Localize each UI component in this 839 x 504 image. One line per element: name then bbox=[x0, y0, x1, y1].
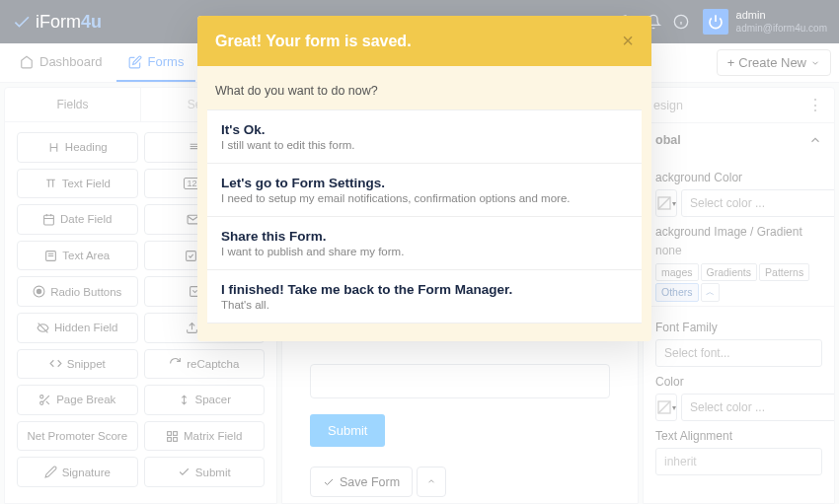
saved-modal: Great! Your form is saved. × What do you… bbox=[197, 16, 651, 341]
modal-option-settings[interactable]: Let's go to Form Settings. I need to set… bbox=[207, 163, 642, 216]
modal-subtitle: What do you want to do now? bbox=[197, 66, 651, 109]
modal-option-finished[interactable]: I finished! Take me back to the Form Man… bbox=[207, 269, 642, 324]
close-icon: × bbox=[622, 30, 634, 51]
modal-option-continue[interactable]: It's Ok. I still want to edit this form. bbox=[207, 109, 642, 163]
modal-title: Great! Your form is saved. bbox=[215, 33, 412, 50]
modal-option-share[interactable]: Share this Form. I want to publish and s… bbox=[207, 216, 642, 269]
modal-close-button[interactable]: × bbox=[622, 30, 634, 52]
